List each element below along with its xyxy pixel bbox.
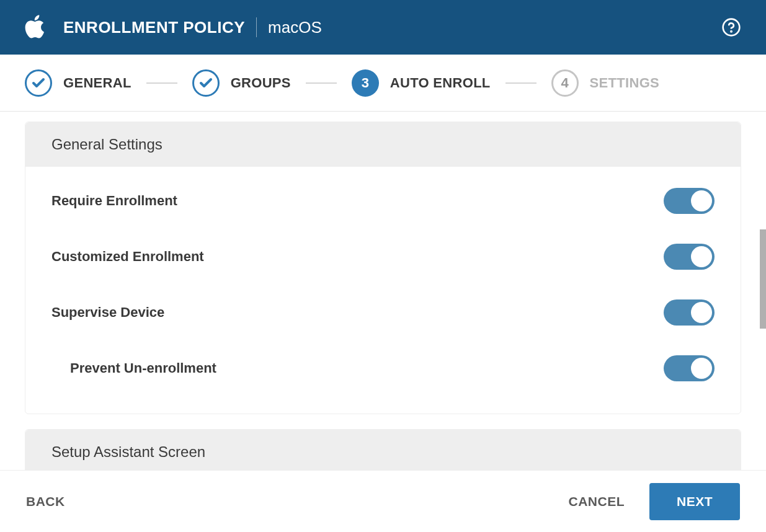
row-require-enrollment: Require Enrollment [51, 173, 715, 229]
row-customized-enrollment: Customized Enrollment [51, 229, 715, 285]
step-label: GENERAL [63, 75, 131, 91]
card-header: Setup Assistant Screen [25, 430, 741, 470]
row-label: Prevent Un-enrollment [51, 360, 216, 376]
footer-right: CANCEL NEXT [568, 483, 740, 520]
check-icon [198, 76, 213, 91]
step-groups[interactable]: GROUPS [192, 69, 291, 97]
header-bar: ENROLLMENT POLICY macOS [0, 0, 766, 55]
step-connector [306, 82, 337, 84]
step-label: AUTO ENROLL [390, 75, 491, 91]
next-button[interactable]: NEXT [649, 483, 740, 520]
step-settings[interactable]: 4 SETTINGS [551, 69, 659, 97]
stepper: GENERAL GROUPS 3 AUTO ENROLL 4 SETTINGS [0, 55, 766, 112]
card-body: Require Enrollment Customized Enrollment… [25, 167, 741, 414]
step-connector [146, 82, 177, 84]
step-general[interactable]: GENERAL [25, 69, 131, 97]
step-connector [505, 82, 537, 84]
toggle-prevent-unenrollment[interactable] [664, 355, 715, 381]
page-title: ENROLLMENT POLICY [63, 18, 245, 37]
row-prevent-unenrollment: Prevent Un-enrollment [51, 340, 715, 396]
step-circle-active: 3 [352, 69, 379, 97]
svg-point-1 [731, 31, 731, 32]
step-label: GROUPS [231, 75, 291, 91]
toggle-require-enrollment[interactable] [664, 188, 715, 214]
row-label: Supervise Device [51, 304, 164, 321]
scrollbar[interactable] [760, 229, 766, 329]
step-circle-done [25, 69, 52, 97]
step-circle-pending: 4 [551, 69, 579, 97]
cancel-button[interactable]: CANCEL [568, 494, 625, 509]
check-icon [31, 76, 46, 91]
step-circle-done [192, 69, 220, 97]
page-subtitle: macOS [268, 18, 322, 37]
header-divider [256, 17, 257, 37]
back-button[interactable]: BACK [26, 494, 65, 509]
card-header: General Settings [25, 122, 741, 167]
content-area: General Settings Require Enrollment Cust… [0, 112, 766, 470]
toggle-supervise-device[interactable] [664, 299, 715, 326]
step-auto-enroll[interactable]: 3 AUTO ENROLL [352, 69, 491, 97]
footer-bar: BACK CANCEL NEXT [0, 470, 766, 532]
apple-icon [25, 15, 46, 40]
row-label: Require Enrollment [51, 193, 177, 209]
setup-assistant-card: Setup Assistant Screen Apple ID [25, 429, 741, 470]
step-label: SETTINGS [590, 75, 659, 91]
row-supervise-device: Supervise Device [51, 285, 715, 340]
header-left: ENROLLMENT POLICY macOS [25, 15, 322, 40]
help-icon[interactable] [721, 17, 741, 37]
toggle-customized-enrollment[interactable] [664, 244, 715, 270]
general-settings-card: General Settings Require Enrollment Cust… [25, 122, 741, 414]
row-label: Customized Enrollment [51, 249, 204, 265]
